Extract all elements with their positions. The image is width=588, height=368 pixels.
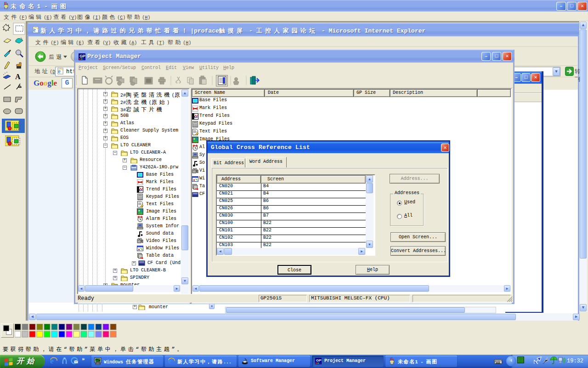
svg-text:A: A — [15, 73, 21, 80]
